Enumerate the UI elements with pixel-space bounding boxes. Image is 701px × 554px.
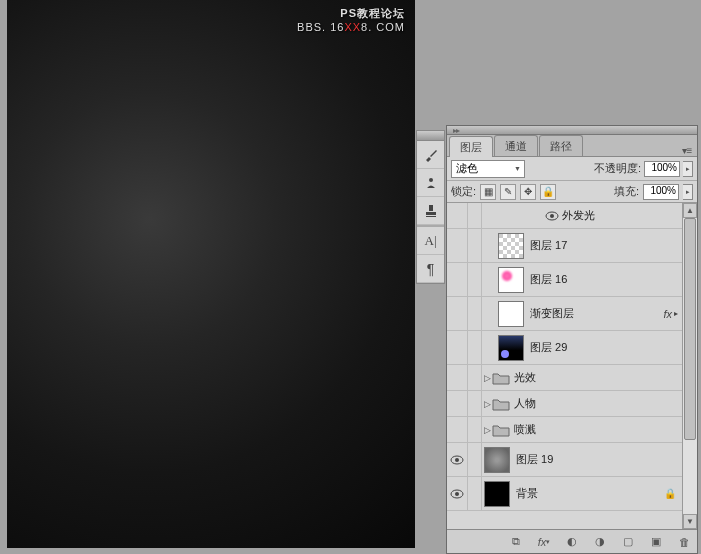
watermark-line1: PS教程论坛 xyxy=(297,6,405,21)
effect-visibility-icon[interactable] xyxy=(542,211,562,221)
eye-icon xyxy=(450,455,464,465)
visibility-toggle[interactable] xyxy=(447,365,468,390)
lock-fill-row: 锁定: ▦ ✎ ✥ 🔒 填充: 100% ▸ xyxy=(447,181,697,203)
lock-icon: 🔒 xyxy=(664,488,676,499)
visibility-toggle[interactable] xyxy=(447,443,468,476)
layer-name-label[interactable]: 喷溅 xyxy=(514,422,536,437)
folder-icon xyxy=(492,371,510,385)
layer-name-label[interactable]: 背景 xyxy=(516,486,538,501)
layer-row[interactable]: 图层 16 xyxy=(447,263,682,297)
fx-icon[interactable]: fx▾ xyxy=(535,534,553,550)
clone-tool-icon[interactable] xyxy=(417,169,444,197)
blend-mode-select[interactable]: 滤色 xyxy=(451,160,525,178)
layer-name-label[interactable]: 图层 29 xyxy=(530,340,567,355)
folder-icon xyxy=(492,397,510,411)
blend-opacity-row: 滤色 不透明度: 100% ▸ xyxy=(447,157,697,181)
layer-name-label[interactable]: 光效 xyxy=(514,370,536,385)
lock-pixels-icon[interactable]: ✎ xyxy=(500,184,516,200)
fx-indicator[interactable]: fx▸ xyxy=(663,308,678,320)
layer-group-row[interactable]: ▷ 人物 xyxy=(447,391,682,417)
tab-paths[interactable]: 路径 xyxy=(539,135,583,156)
layers-panel-footer: ⧉ fx▾ ◐ ◑ ▢ ▣ 🗑 xyxy=(447,529,697,553)
svg-point-0 xyxy=(429,178,433,182)
fill-input[interactable]: 100% xyxy=(643,184,679,200)
tab-channels[interactable]: 通道 xyxy=(494,135,538,156)
visibility-toggle[interactable] xyxy=(447,391,468,416)
expand-triangle-icon[interactable]: ▷ xyxy=(482,373,492,383)
layers-panel: ▸▸ 图层 通道 路径 ▾≡ 滤色 不透明度: 100% ▸ 锁定: ▦ ✎ ✥… xyxy=(446,125,698,554)
svg-point-5 xyxy=(550,214,554,218)
panel-header-grip[interactable]: ▸▸ xyxy=(447,126,697,135)
tool-strip: A| ¶ xyxy=(416,130,445,284)
svg-rect-1 xyxy=(429,205,433,211)
scroll-up-icon[interactable]: ▲ xyxy=(683,203,697,218)
layer-thumbnail[interactable] xyxy=(498,233,524,259)
panel-tabs: 图层 通道 路径 ▾≡ xyxy=(447,135,697,157)
canvas[interactable]: PS教程论坛 BBS. 16XX8. COM xyxy=(7,0,415,548)
link-layers-icon[interactable]: ⧉ xyxy=(507,534,525,550)
visibility-toggle[interactable] xyxy=(447,417,468,442)
svg-rect-3 xyxy=(426,216,436,217)
layer-thumbnail[interactable] xyxy=(484,447,510,473)
text-tool-icon[interactable]: A| xyxy=(417,227,444,255)
effect-row-outer-glow[interactable]: 外发光 xyxy=(447,203,682,229)
visibility-toggle[interactable] xyxy=(447,263,468,296)
tab-layers[interactable]: 图层 xyxy=(449,136,493,157)
watermark-line2: BBS. 16XX8. COM xyxy=(297,21,405,33)
visibility-toggle[interactable] xyxy=(447,229,468,262)
scrollbar[interactable]: ▲ ▼ xyxy=(682,203,697,529)
visibility-toggle[interactable] xyxy=(447,477,468,510)
scroll-track[interactable] xyxy=(683,218,697,514)
layer-name-label[interactable]: 图层 17 xyxy=(530,238,567,253)
layer-thumbnail[interactable] xyxy=(484,481,510,507)
chevron-right-icon[interactable]: ▸ xyxy=(674,309,678,318)
scroll-thumb[interactable] xyxy=(684,218,696,440)
mask-icon[interactable]: ◐ xyxy=(563,534,581,550)
layer-row[interactable]: 图层 19 xyxy=(447,443,682,477)
opacity-input[interactable]: 100% xyxy=(644,161,680,177)
expand-triangle-icon[interactable]: ▷ xyxy=(482,425,492,435)
layer-name-label[interactable]: 人物 xyxy=(514,396,536,411)
trash-icon[interactable]: 🗑 xyxy=(675,534,693,550)
svg-rect-2 xyxy=(426,212,436,215)
lock-all-icon[interactable]: 🔒 xyxy=(540,184,556,200)
layer-row[interactable]: 图层 29 xyxy=(447,331,682,365)
layer-thumbnail[interactable] xyxy=(498,267,524,293)
new-layer-icon[interactable]: ▣ xyxy=(647,534,665,550)
stamp-tool-icon[interactable] xyxy=(417,197,444,225)
layer-row-background[interactable]: 背景 🔒 xyxy=(447,477,682,511)
opacity-label: 不透明度: xyxy=(594,161,641,176)
brush-tool-icon[interactable] xyxy=(417,141,444,169)
effect-name: 外发光 xyxy=(562,208,595,223)
visibility-toggle[interactable] xyxy=(447,297,468,330)
lock-transparency-icon[interactable]: ▦ xyxy=(480,184,496,200)
layers-list: 外发光 图层 17 图层 16 渐变图层 xyxy=(447,203,682,529)
expand-triangle-icon[interactable]: ▷ xyxy=(482,399,492,409)
layer-row[interactable]: 图层 17 xyxy=(447,229,682,263)
toolstrip-grip[interactable] xyxy=(417,131,444,141)
layer-name-label[interactable]: 渐变图层 xyxy=(530,306,574,321)
panel-menu-icon[interactable]: ▾≡ xyxy=(677,145,697,156)
layer-name-label[interactable]: 图层 19 xyxy=(516,452,553,467)
layer-group-row[interactable]: ▷ 喷溅 xyxy=(447,417,682,443)
visibility-toggle[interactable] xyxy=(447,203,468,228)
new-folder-icon[interactable]: ▢ xyxy=(619,534,637,550)
layer-name-label[interactable]: 图层 16 xyxy=(530,272,567,287)
scroll-down-icon[interactable]: ▼ xyxy=(683,514,697,529)
layer-thumbnail[interactable] xyxy=(498,301,524,327)
layer-row[interactable]: 渐变图层 fx▸ xyxy=(447,297,682,331)
adjustment-icon[interactable]: ◑ xyxy=(591,534,609,550)
opacity-flyout-icon[interactable]: ▸ xyxy=(683,161,693,177)
svg-point-7 xyxy=(455,458,459,462)
lock-position-icon[interactable]: ✥ xyxy=(520,184,536,200)
paragraph-tool-icon[interactable]: ¶ xyxy=(417,255,444,283)
visibility-toggle[interactable] xyxy=(447,331,468,364)
folder-icon xyxy=(492,423,510,437)
layer-group-row[interactable]: ▷ 光效 xyxy=(447,365,682,391)
fill-flyout-icon[interactable]: ▸ xyxy=(683,184,693,200)
watermark: PS教程论坛 BBS. 16XX8. COM xyxy=(297,6,405,33)
lock-label: 锁定: xyxy=(451,184,476,199)
fill-label: 填充: xyxy=(614,184,639,199)
layer-thumbnail[interactable] xyxy=(498,335,524,361)
eye-icon xyxy=(450,489,464,499)
